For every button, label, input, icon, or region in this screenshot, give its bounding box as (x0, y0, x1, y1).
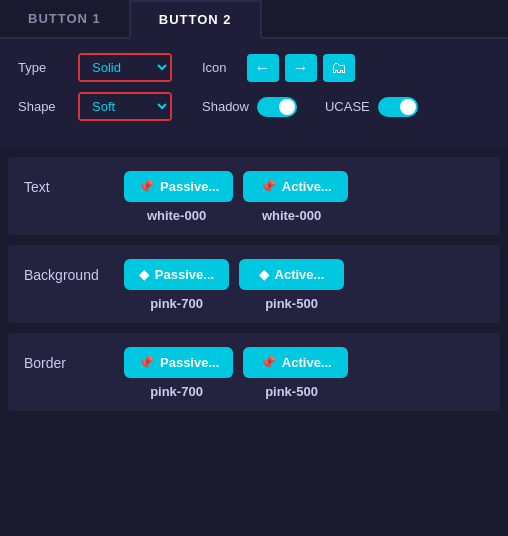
tab-button2[interactable]: BUTTON 2 (129, 0, 262, 39)
background-active-label: Active... (275, 267, 325, 282)
background-prop-label: Background (24, 267, 114, 283)
arrow-left-icon: ← (255, 59, 271, 77)
background-passive-value: pink-700 (124, 296, 229, 311)
background-active-value: pink-500 (239, 296, 344, 311)
border-row: Border 📌 Passive... 📌 Active... (24, 347, 484, 378)
type-label: Type (18, 60, 66, 75)
ucase-label: UCASE (325, 99, 370, 114)
text-row: Text 📌 Passive... 📌 Active... (24, 171, 484, 202)
text-active-icon: 📌 (260, 179, 276, 194)
type-select[interactable]: Solid Outline Ghost (80, 55, 170, 80)
text-passive-label: Passive... (160, 179, 219, 194)
border-passive-value: pink-700 (124, 384, 229, 399)
border-value-row: pink-700 pink-500 (24, 384, 484, 399)
background-row: Background ◆ Passive... ◆ Active... (24, 259, 484, 290)
arrow-right-button[interactable]: → (285, 54, 317, 82)
shadow-group: Shadow (202, 97, 297, 117)
border-active-value: pink-500 (239, 384, 344, 399)
clipboard-icon: 🗂 (331, 59, 347, 77)
text-active-button[interactable]: 📌 Active... (243, 171, 348, 202)
background-passive-button[interactable]: ◆ Passive... (124, 259, 229, 290)
background-section: Background ◆ Passive... ◆ Active... pink… (8, 245, 500, 323)
text-active-value: white-000 (239, 208, 344, 223)
text-passive-button[interactable]: 📌 Passive... (124, 171, 233, 202)
border-section: Border 📌 Passive... 📌 Active... pink-700… (8, 333, 500, 411)
clipboard-button[interactable]: 🗂 (323, 54, 355, 82)
type-select-wrapper: Solid Outline Ghost (78, 53, 172, 82)
shape-row: Shape Soft Round Sharp Shadow UCASE (18, 92, 490, 121)
text-section: Text 📌 Passive... 📌 Active... white-000 … (8, 157, 500, 235)
shape-label: Shape (18, 99, 66, 114)
ucase-toggle[interactable] (378, 97, 418, 117)
text-value-row: white-000 white-000 (24, 208, 484, 223)
text-active-label: Active... (282, 179, 332, 194)
shadow-label: Shadow (202, 99, 249, 114)
icon-label: Icon (202, 60, 227, 75)
background-passive-icon: ◆ (139, 267, 149, 282)
background-active-icon: ◆ (259, 267, 269, 282)
tab-bar: BUTTON 1 BUTTON 2 (0, 0, 508, 39)
border-active-label: Active... (282, 355, 332, 370)
arrow-right-icon: → (293, 59, 309, 77)
border-passive-icon: 📌 (138, 355, 154, 370)
background-active-button[interactable]: ◆ Active... (239, 259, 344, 290)
tab-button1[interactable]: BUTTON 1 (0, 0, 129, 37)
border-passive-label: Passive... (160, 355, 219, 370)
text-passive-icon: 📌 (138, 179, 154, 194)
background-passive-label: Passive... (155, 267, 214, 282)
background-value-row: pink-700 pink-500 (24, 296, 484, 311)
properties-wrapper: Text 📌 Passive... 📌 Active... white-000 … (0, 157, 508, 411)
icon-group: ← → 🗂 (247, 54, 355, 82)
border-passive-button[interactable]: 📌 Passive... (124, 347, 233, 378)
shape-select-wrapper: Soft Round Sharp (78, 92, 172, 121)
shadow-toggle[interactable] (257, 97, 297, 117)
border-active-button[interactable]: 📌 Active... (243, 347, 348, 378)
border-active-icon: 📌 (260, 355, 276, 370)
text-prop-label: Text (24, 179, 114, 195)
arrow-left-button[interactable]: ← (247, 54, 279, 82)
shape-select[interactable]: Soft Round Sharp (80, 94, 170, 119)
text-passive-value: white-000 (124, 208, 229, 223)
type-row: Type Solid Outline Ghost Icon ← → 🗂 (18, 53, 490, 82)
border-prop-label: Border (24, 355, 114, 371)
config-panel: Type Solid Outline Ghost Icon ← → 🗂 Shap… (0, 39, 508, 147)
ucase-group: UCASE (325, 97, 418, 117)
